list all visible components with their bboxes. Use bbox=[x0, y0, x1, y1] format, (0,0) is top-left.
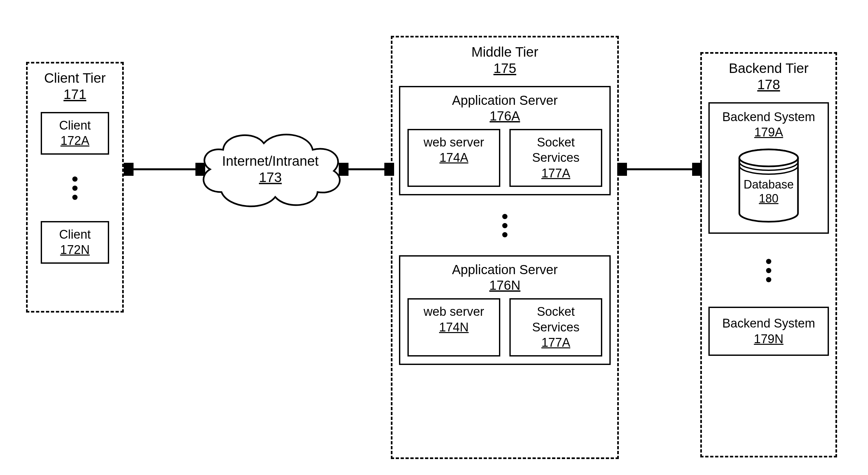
client-vdots: ••• bbox=[34, 174, 116, 201]
client-tier-title: Client Tier 171 bbox=[34, 70, 116, 103]
svg-point-1 bbox=[739, 150, 798, 166]
socket-a-label: Socket Services bbox=[532, 135, 580, 165]
socket-services-a: Socket Services 177A bbox=[509, 129, 602, 187]
backend-tier-ref: 178 bbox=[708, 76, 829, 93]
middle-tier-ref: 175 bbox=[399, 60, 611, 76]
app-a-row: web server 174A Socket Services 177A bbox=[407, 129, 602, 187]
cloud: Internet/Intranet 173 bbox=[192, 124, 348, 215]
database-label: Database bbox=[744, 178, 794, 191]
backend-tier: Backend Tier 178 Backend System 179A Dat… bbox=[700, 52, 837, 457]
backend-system-a: Backend System 179A Database 180 bbox=[708, 102, 829, 234]
app-n-row: web server 174N Socket Services 177A bbox=[407, 298, 602, 356]
middle-tier-title: Middle Tier 175 bbox=[399, 44, 611, 77]
app-n-label: Application Server bbox=[452, 262, 558, 277]
middle-vdots: ••• bbox=[399, 212, 611, 239]
web-n-ref: 174N bbox=[412, 320, 496, 335]
web-server-n: web server 174N bbox=[407, 298, 500, 356]
client-tier: Client Tier 171 Client 172A ••• Client 1… bbox=[26, 62, 124, 313]
app-n-title: Application Server 176N bbox=[407, 262, 602, 293]
backend-n-ref: 179N bbox=[714, 331, 823, 347]
client-a-ref: 172A bbox=[45, 133, 104, 149]
web-n-label: web server bbox=[424, 305, 484, 318]
arrow-middle-backend bbox=[617, 163, 702, 176]
client-a-label: Client bbox=[59, 119, 91, 132]
app-a-title: Application Server 176A bbox=[407, 92, 602, 124]
arrow-cloud-middle bbox=[339, 163, 394, 176]
web-server-a: web server 174A bbox=[407, 129, 500, 187]
client-n-label: Client bbox=[59, 228, 91, 241]
app-server-a: Application Server 176A web server 174A … bbox=[399, 86, 611, 196]
database-ref: 180 bbox=[744, 191, 794, 205]
backend-a-ref: 179A bbox=[714, 125, 823, 140]
app-a-label: Application Server bbox=[452, 93, 558, 107]
cloud-ref: 173 bbox=[222, 169, 319, 186]
socket-n-label: Socket Services bbox=[532, 305, 580, 334]
client-box-a: Client 172A bbox=[41, 112, 109, 155]
backend-system-n: Backend System 179N bbox=[708, 307, 829, 356]
backend-vdots: ••• bbox=[708, 257, 829, 284]
middle-tier-label: Middle Tier bbox=[471, 44, 538, 60]
backend-tier-label: Backend Tier bbox=[728, 61, 808, 76]
database-label-wrap: Database 180 bbox=[744, 177, 794, 205]
web-a-label: web server bbox=[424, 135, 484, 149]
client-box-n: Client 172N bbox=[41, 221, 109, 264]
socket-services-n: Socket Services 177A bbox=[509, 298, 602, 356]
client-tier-ref: 171 bbox=[34, 86, 116, 102]
backend-n-label: Backend System bbox=[722, 316, 815, 330]
cloud-label: Internet/Intranet bbox=[222, 153, 319, 169]
backend-tier-title: Backend Tier 178 bbox=[708, 60, 829, 93]
arrow-client-cloud bbox=[124, 163, 205, 176]
socket-a-ref: 177A bbox=[514, 166, 598, 181]
middle-tier: Middle Tier 175 Application Server 176A … bbox=[391, 36, 619, 459]
app-server-n: Application Server 176N web server 174N … bbox=[399, 255, 611, 365]
cloud-label-wrap: Internet/Intranet 173 bbox=[222, 153, 319, 186]
backend-a-label: Backend System bbox=[722, 110, 815, 124]
socket-n-ref: 177A bbox=[514, 335, 598, 351]
app-a-ref: 176A bbox=[407, 108, 602, 124]
client-tier-label: Client Tier bbox=[44, 70, 105, 86]
client-n-ref: 172N bbox=[45, 242, 104, 258]
app-n-ref: 176N bbox=[407, 277, 602, 293]
web-a-ref: 174A bbox=[412, 150, 496, 166]
database-cylinder: Database 180 bbox=[736, 148, 801, 227]
